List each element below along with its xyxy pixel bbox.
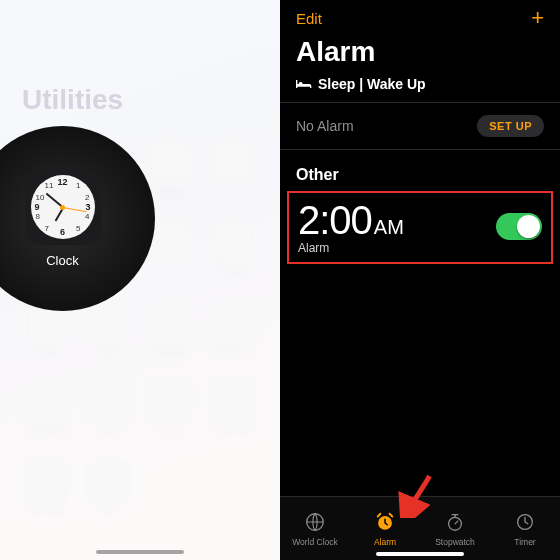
app-tile [208,140,258,220]
tab-stopwatch[interactable]: Stopwatch [420,497,490,560]
tab-label: Alarm [374,537,396,547]
alarm-time: 2:00 [298,198,372,243]
app-tile: Home [84,300,134,380]
clock-app-label: Clock [46,253,79,268]
clock-face-icon: 12 3 6 9 1 2 4 5 7 8 10 11 [31,175,95,239]
set-up-button[interactable]: SET UP [477,115,544,137]
globe-icon [304,511,326,535]
app-tile: ProtonVPN [22,380,72,460]
home-indicator[interactable] [376,552,464,556]
bed-icon [296,78,312,90]
timer-icon [514,511,536,535]
app-tile: Gif Maker [208,220,258,300]
tab-label: Timer [514,537,535,547]
tab-alarm[interactable]: Alarm [350,497,420,560]
app-tile: Safari [84,380,134,460]
app-tile: Settings [146,380,196,460]
alarm-clock-icon [374,511,396,535]
other-section-header: Other [280,150,560,190]
app-tile: Voice Memos [22,460,72,540]
tab-world-clock[interactable]: World Clock [280,497,350,560]
tab-bar: World Clock Alarm Stopwatch Timer [280,496,560,560]
alarm-screen-pane: Edit + Alarm Sleep | Wake Up No Alarm SE… [280,0,560,560]
page-title: Alarm [280,36,560,68]
sleep-wake-section-header: Sleep | Wake Up [280,68,560,103]
folder-title: Utilities [22,84,123,116]
clock-app-icon[interactable]: 12 3 6 9 1 2 4 5 7 8 10 11 [25,169,101,245]
alarm-label: Alarm [298,241,404,255]
stopwatch-icon [444,511,466,535]
alarm-toggle[interactable] [496,213,542,240]
app-tile: Magnifier [146,300,196,380]
edit-button[interactable]: Edit [296,10,322,27]
home-indicator[interactable] [96,550,184,554]
nav-bar: Edit + [280,0,560,36]
homescreen-pane: Clock Calculator Chrome Find My Firefox … [0,0,280,560]
alarm-row[interactable]: 2:00 AM Alarm [288,192,552,263]
tab-timer[interactable]: Timer [490,497,560,560]
add-alarm-button[interactable]: + [531,5,544,31]
app-tile: Watch [84,460,134,540]
alarm-meridiem: AM [374,216,404,239]
no-alarm-label: No Alarm [296,118,354,134]
app-tile: Measure [208,300,258,380]
tab-label: World Clock [292,537,338,547]
sleep-wake-label: Sleep | Wake Up [318,76,426,92]
app-tile: Visual Codes [208,380,258,460]
app-tile: Google [22,300,72,380]
sleep-wake-row[interactable]: No Alarm SET UP [280,103,560,150]
tab-label: Stopwatch [435,537,475,547]
